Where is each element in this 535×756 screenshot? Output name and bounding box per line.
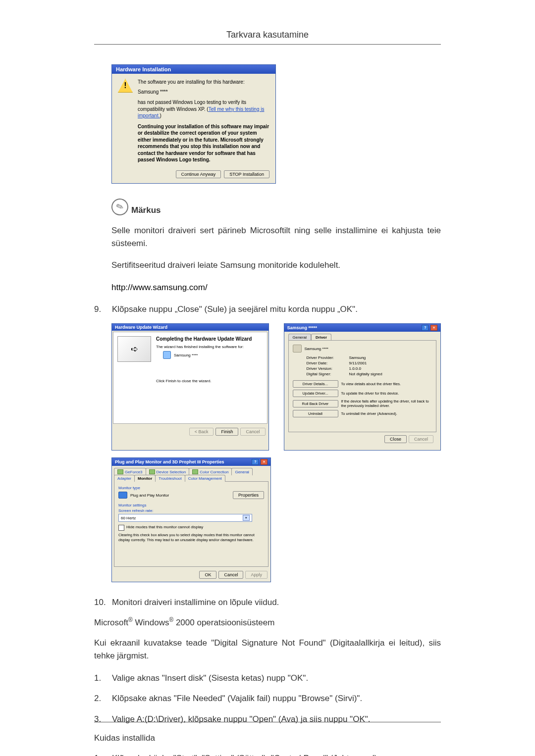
- date-value: 9/11/2001: [349, 361, 367, 365]
- page-title: Tarkvara kasutamine: [94, 30, 441, 40]
- details-desc: To view details about the driver files.: [341, 382, 432, 386]
- tab-color-correction[interactable]: Color Correction: [189, 468, 232, 475]
- step-number: 9.: [94, 303, 103, 316]
- step-number: 3.: [94, 713, 103, 726]
- refresh-rate-value: 60 Hertz: [121, 516, 136, 520]
- cancel-button[interactable]: Cancel: [218, 571, 243, 579]
- monitor-props-title: Plug and Play Monitor and 3D Prophet III…: [115, 459, 224, 464]
- help-icon[interactable]: ?: [422, 325, 428, 331]
- monitor-icon: [118, 492, 127, 499]
- help-icon[interactable]: ?: [252, 459, 259, 465]
- hardware-update-wizard-dialog: Hardware Update Wizard ➪ Completing the …: [111, 323, 269, 451]
- digital-signature-paragraph: Kui ekraanil kuvatakse teade "Digital Si…: [94, 637, 441, 663]
- refresh-rate-dropdown[interactable]: 60 Hertz ▾: [118, 514, 252, 522]
- step-b1-text: Klõpsake käske "Start", "Setting" (Sätte…: [112, 752, 379, 756]
- rollback-desc: If the device fails after updating the d…: [341, 399, 432, 408]
- step-a2-text: Klõpsake aknas "File Needed" (Vajalik fa…: [112, 692, 362, 705]
- monitor-properties-dialog: Plug and Play Monitor and 3D Prophet III…: [111, 457, 271, 582]
- warning-text: Continuing your installation of this sof…: [138, 123, 269, 163]
- ok-button[interactable]: OK: [199, 571, 216, 579]
- signer-value: Not digitally signed: [349, 372, 382, 376]
- refresh-rate-label: Screen refresh rate:: [118, 508, 264, 513]
- tab-general[interactable]: General: [231, 468, 252, 475]
- wizard-finish-hint: Click Finish to close the wizard.: [156, 379, 263, 383]
- step-number: 1.: [94, 752, 103, 756]
- wizard-art-icon: ➪: [117, 336, 151, 362]
- hide-modes-label: Hide modes that this monitor cannot disp…: [126, 525, 203, 529]
- version-value: 1.0.0.0: [349, 366, 361, 371]
- wizard-title: Hardware Update Wizard: [115, 325, 167, 330]
- wizard-line: The wizard has finished installing the s…: [156, 345, 263, 349]
- note-paragraph-2: Sertifitseeritud draiveri leiate Samsung…: [111, 259, 441, 272]
- properties-button[interactable]: Properties: [233, 491, 264, 499]
- cancel-button: Cancel: [240, 428, 265, 436]
- cancel-button: Cancel: [409, 435, 433, 443]
- update-desc: To update the driver for this device.: [341, 391, 432, 396]
- header-rule: [94, 44, 441, 45]
- warning-icon: !: [118, 79, 133, 93]
- wizard-product: Samsung ****: [174, 353, 198, 357]
- monitor-type-heading: Monitor type: [118, 486, 264, 490]
- logo-testing-text: has not passed Windows Logo testing to v…: [138, 99, 269, 119]
- update-driver-button[interactable]: Update Driver...: [293, 390, 338, 397]
- step-number: 1.: [94, 672, 103, 685]
- step-9-text: Klõpsake nuppu „Close" (Sule) ja seejäre…: [112, 303, 358, 316]
- step-number: 2.: [94, 692, 103, 705]
- uninstall-button[interactable]: Uninstall: [293, 410, 338, 417]
- footer-rule: [94, 722, 441, 722]
- monitor-type-value: Plug and Play Monitor: [130, 493, 169, 498]
- note-label: Märkus: [131, 205, 161, 215]
- step-a3-text: Valige A:(D:\Driver), klõpsake nuppu "Op…: [112, 713, 370, 726]
- continue-anyway-button[interactable]: Continue Anyway: [176, 170, 221, 178]
- step-number: 10.: [94, 596, 103, 609]
- device-icon: [163, 351, 171, 359]
- monitor-settings-heading: Monitor settings: [118, 503, 264, 507]
- dialog-text: The software you are installing for this…: [138, 79, 269, 86]
- apply-button: Apply: [245, 571, 268, 579]
- close-button[interactable]: Close: [384, 435, 407, 443]
- device-icon: [293, 345, 302, 353]
- note-paragraph-1: Selle monitori draiveri sert pärineb Mic…: [111, 224, 441, 251]
- back-button: < Back: [189, 428, 214, 436]
- signer-label: Digital Signer:: [307, 372, 346, 376]
- nvidia-icon: [192, 469, 198, 474]
- samsung-url[interactable]: http://www.samsung.com/: [111, 283, 208, 292]
- tab-general[interactable]: General: [288, 334, 311, 341]
- nvidia-icon: [149, 469, 155, 474]
- tab-troubleshoot[interactable]: Troubleshoot: [155, 475, 185, 482]
- product-name: Samsung ****: [138, 89, 269, 96]
- close-icon[interactable]: ×: [261, 459, 268, 465]
- tab-device-selection[interactable]: Device Selection: [146, 468, 190, 475]
- tab-driver[interactable]: Driver: [311, 334, 331, 341]
- driver-properties-dialog: Samsung ***** ? × General Driver Samsung…: [284, 323, 441, 451]
- note-icon: [109, 196, 131, 218]
- stop-installation-button[interactable]: STOP Installation: [224, 170, 269, 178]
- provider-value: Samsung: [349, 355, 366, 360]
- device-name: Samsung ****: [305, 347, 328, 351]
- rollback-driver-button[interactable]: Roll Back Driver: [293, 400, 338, 407]
- step-10-text: Monitori draiveri installimine on lõpule…: [112, 596, 279, 609]
- tab-color-management[interactable]: Color Management: [185, 475, 225, 482]
- dialog-title: Hardware Installation: [112, 65, 275, 74]
- driver-details-button[interactable]: Driver Details...: [293, 380, 338, 388]
- hide-modes-checkbox[interactable]: [118, 525, 124, 531]
- driver-props-title: Samsung *****: [287, 325, 318, 330]
- close-icon[interactable]: ×: [430, 325, 437, 331]
- howto-install-heading: Kuidas installida: [94, 733, 441, 743]
- date-label: Driver Date:: [307, 361, 346, 365]
- step-a1-text: Valige aknas "Insert disk" (Sisesta keta…: [112, 672, 308, 685]
- tab-adapter[interactable]: Adapter: [114, 475, 135, 482]
- hardware-installation-dialog: Hardware Installation ! The software you…: [111, 64, 276, 184]
- os-heading: Microsoft® Windows® 2000 operatsioonisüs…: [94, 616, 441, 628]
- wizard-heading: Completing the Hardware Update Wizard: [156, 336, 263, 342]
- uninstall-desc: To uninstall the driver (Advanced).: [341, 411, 432, 416]
- provider-label: Driver Provider:: [307, 355, 346, 360]
- tab-monitor[interactable]: Monitor: [134, 475, 156, 482]
- nvidia-icon: [117, 469, 123, 474]
- tab-geforce3[interactable]: GeForce3: [114, 468, 146, 475]
- version-label: Driver Version:: [307, 366, 346, 371]
- chevron-down-icon: ▾: [243, 515, 250, 521]
- hide-modes-hint: Clearing this check box allows you to se…: [118, 533, 264, 543]
- finish-button[interactable]: Finish: [215, 428, 238, 436]
